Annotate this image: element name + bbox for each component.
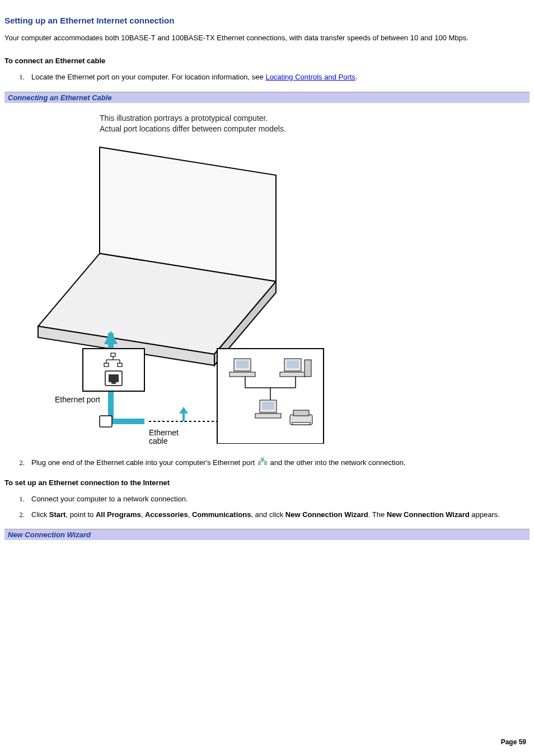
step-number: 1. (4, 494, 25, 505)
svg-rect-38 (261, 458, 264, 459)
step-text: Plug one end of the Ethernet cable into … (31, 457, 530, 468)
ethernet-icon (258, 458, 267, 469)
text-fragment: appears. (470, 510, 500, 519)
svg-rect-30 (305, 360, 311, 377)
text-fragment: , and click (251, 510, 285, 519)
step-number: 2. (4, 509, 25, 520)
list-item: 2. Plug one end of the Ethernet cable in… (4, 457, 530, 468)
svg-rect-16 (111, 381, 116, 384)
subheading-connect-cable: To connect an Ethernet cable (4, 57, 530, 65)
svg-rect-44 (265, 463, 267, 464)
label-ethernet-cable: Ethernet (149, 428, 179, 437)
bold-text: New Connection Wizard (387, 510, 470, 519)
svg-rect-43 (258, 463, 260, 464)
step-number: 2. (4, 457, 25, 468)
illustration-block: This illustration portrays a prototypica… (27, 113, 530, 444)
svg-rect-35 (293, 410, 309, 416)
text-fragment: . The (368, 510, 387, 519)
step-text: Connect your computer to a network conne… (31, 494, 530, 505)
text-fragment: Plug one end of the Ethernet cable into … (31, 458, 257, 467)
callout-connecting-cable: Connecting an Ethernet Cable (4, 92, 530, 103)
section-title: Setting up an Ethernet Internet connecti… (4, 16, 530, 25)
step-text: Click Start, point to All Programs, Acce… (31, 509, 530, 520)
list-item: 2. Click Start, point to All Programs, A… (4, 509, 530, 520)
steps-connect-cable-cont: 2. Plug one end of the Ethernet cable in… (4, 457, 530, 468)
svg-rect-29 (280, 372, 306, 377)
svg-rect-28 (287, 360, 299, 368)
step-text: Locate the Ethernet port on your compute… (31, 72, 530, 83)
bold-text: All Programs (96, 510, 141, 519)
svg-rect-36 (292, 422, 310, 425)
text-fragment: . (355, 73, 358, 81)
bold-text: Start (49, 510, 66, 519)
bold-text: New Connection Wizard (285, 510, 368, 519)
list-item: 1. Connect your computer to a network co… (4, 494, 530, 505)
page-number: Page 59 (501, 738, 526, 746)
text-fragment: , (188, 510, 192, 519)
text-fragment: , point to (65, 510, 95, 519)
svg-rect-32 (262, 402, 274, 410)
svg-text:cable: cable (149, 436, 168, 444)
svg-rect-5 (100, 416, 112, 427)
svg-rect-26 (229, 372, 255, 377)
steps-connect-cable: 1. Locate the Ethernet port on your comp… (4, 72, 530, 83)
ethernet-diagram: Ethernet port Ethernet cable (27, 142, 329, 444)
link-locating-controls[interactable]: Locating Controls and Ports (265, 73, 355, 81)
intro-text: Your computer accommodates both 10BASE-T… (4, 33, 530, 43)
bold-text: Communications (192, 510, 251, 519)
step-number: 1. (4, 72, 25, 83)
svg-rect-33 (255, 414, 281, 418)
caption-line: Actual port locations differ between com… (100, 124, 530, 135)
svg-rect-25 (236, 360, 249, 368)
svg-rect-15 (109, 374, 119, 382)
callout-new-connection-wizard: New Connection Wizard (4, 529, 530, 540)
caption-line: This illustration portrays a prototypica… (100, 113, 530, 124)
text-fragment: Locate the Ethernet port on your compute… (31, 73, 265, 81)
svg-marker-18 (179, 407, 188, 414)
subheading-setup-connection: To set up an Ethernet connection to the … (4, 478, 530, 487)
illustration-caption: This illustration portrays a prototypica… (100, 113, 530, 135)
label-ethernet-port: Ethernet port (55, 395, 100, 404)
list-item: 1. Locate the Ethernet port on your comp… (4, 72, 530, 83)
text-fragment: Click (31, 510, 49, 519)
steps-setup-connection: 1. Connect your computer to a network co… (4, 494, 530, 520)
bold-text: Accessories (145, 510, 188, 519)
text-fragment: and the other into the network connectio… (270, 458, 405, 467)
text-fragment: , (141, 510, 145, 519)
